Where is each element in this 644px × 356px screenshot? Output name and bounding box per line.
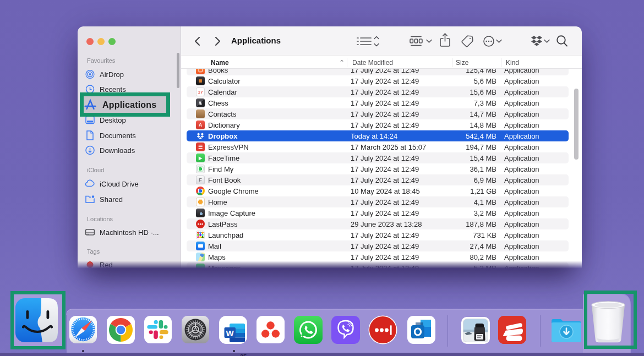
svg-text:W: W bbox=[226, 328, 234, 338]
